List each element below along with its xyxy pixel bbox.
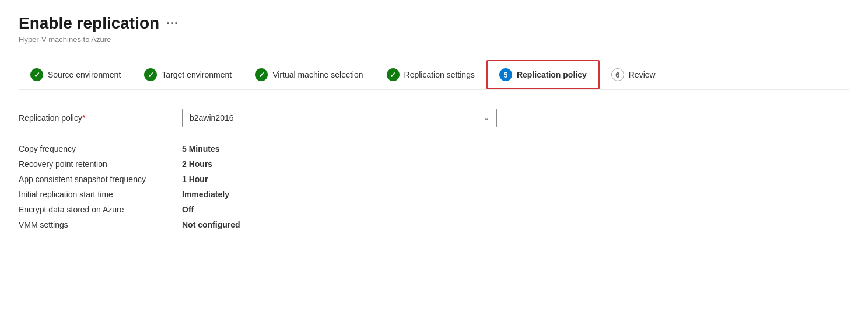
more-options-button[interactable]: ···: [166, 18, 178, 30]
step-label: Target environment: [162, 70, 232, 79]
check-icon: [144, 68, 157, 81]
detail-row: Initial replication start time Immediate…: [19, 187, 849, 202]
policy-label: Replication policy*: [19, 113, 182, 123]
step-label: Review: [629, 70, 656, 79]
step-num-icon: 5: [499, 68, 512, 81]
page-subtitle: Hyper-V machines to Azure: [19, 35, 849, 44]
detail-label: App consistent snapshot frequency: [19, 175, 182, 184]
policy-dropdown-value: b2awin2016: [190, 113, 234, 123]
step-item-replication-policy[interactable]: 5 Replication policy: [487, 60, 600, 89]
check-icon: [30, 68, 43, 81]
page-header: Enable replication ··· Hyper-V machines …: [19, 14, 849, 44]
detail-value: Off: [182, 205, 194, 214]
policy-dropdown[interactable]: b2awin2016 ⌄: [182, 109, 497, 127]
policy-field-row: Replication policy* b2awin2016 ⌄: [19, 109, 849, 127]
chevron-down-icon: ⌄: [484, 114, 489, 122]
detail-row: Recovery point retention 2 Hours: [19, 156, 849, 172]
detail-value: 2 Hours: [182, 159, 212, 169]
detail-row: App consistent snapshot frequency 1 Hour: [19, 172, 849, 187]
detail-value: 5 Minutes: [182, 144, 220, 153]
page-title: Enable replication: [19, 14, 159, 33]
step-item-replication-settings[interactable]: Replication settings: [375, 61, 487, 88]
step-label: Virtual machine selection: [272, 70, 363, 79]
detail-value: Not configured: [182, 220, 240, 229]
form-section: Replication policy* b2awin2016 ⌄: [19, 109, 849, 127]
detail-row: Encrypt data stored on Azure Off: [19, 202, 849, 217]
step-item-source-environment[interactable]: Source environment: [19, 61, 132, 88]
steps-navigation: Source environment Target environment Vi…: [19, 60, 849, 90]
step-item-virtual-machine-selection[interactable]: Virtual machine selection: [243, 61, 374, 88]
required-indicator: *: [82, 113, 85, 123]
detail-value: 1 Hour: [182, 175, 208, 184]
step-item-review[interactable]: 6 Review: [600, 61, 667, 88]
step-num-icon: 6: [611, 68, 624, 81]
detail-row: Copy frequency 5 Minutes: [19, 141, 849, 156]
details-section: Copy frequency 5 Minutes Recovery point …: [19, 141, 849, 232]
detail-label: Copy frequency: [19, 144, 182, 153]
step-label: Source environment: [48, 70, 121, 79]
step-label: Replication policy: [517, 70, 587, 79]
step-item-target-environment[interactable]: Target environment: [132, 61, 243, 88]
detail-row: VMM settings Not configured: [19, 217, 849, 232]
detail-value: Immediately: [182, 190, 229, 199]
detail-label: Recovery point retention: [19, 159, 182, 169]
detail-label: Initial replication start time: [19, 190, 182, 199]
detail-label: VMM settings: [19, 220, 182, 229]
check-icon: [255, 68, 268, 81]
detail-label: Encrypt data stored on Azure: [19, 205, 182, 214]
check-icon: [387, 68, 400, 81]
step-label: Replication settings: [404, 70, 475, 79]
